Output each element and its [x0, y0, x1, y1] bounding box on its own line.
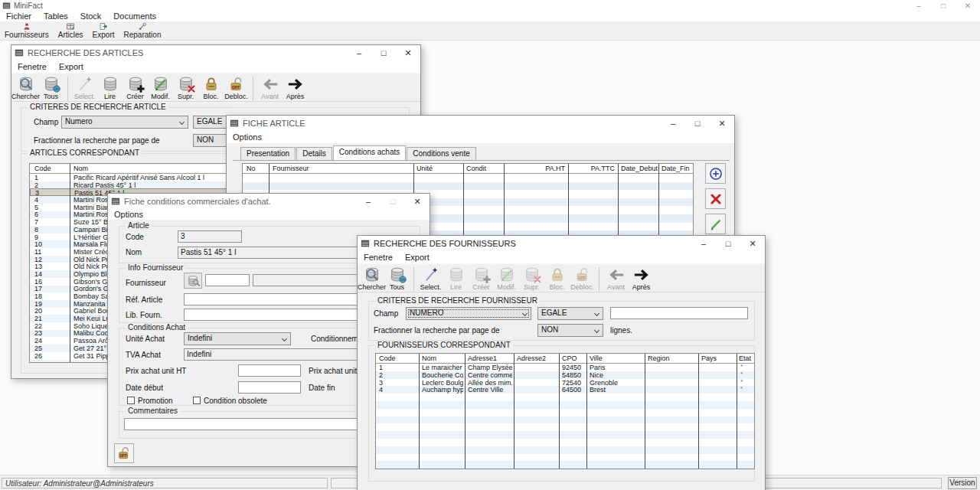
- tab-details[interactable]: Details: [296, 147, 332, 160]
- wand-icon: [77, 76, 93, 93]
- criteria-group: CRITERES DE RECHERCHE FOURNISSEUR Champ …: [368, 301, 755, 341]
- toolbar-button-reparation[interactable]: Reparation: [122, 22, 163, 39]
- prix-achat-ht-field[interactable]: [238, 364, 301, 377]
- toolbar-button-articles[interactable]: Articles: [57, 22, 85, 39]
- close-button[interactable]: ✕: [710, 116, 734, 131]
- window-icon: [15, 48, 24, 57]
- avant-button[interactable]: Avant: [257, 76, 283, 100]
- toolbar-button-fournisseurs[interactable]: Fournisseurs: [3, 22, 51, 39]
- add-row-button[interactable]: [705, 163, 726, 184]
- champ-select[interactable]: NUMERO: [406, 307, 531, 320]
- bloc-button[interactable]: Bloc.: [544, 266, 570, 291]
- column-divider: [586, 354, 587, 469]
- tva-achat-field[interactable]: Indefini: [184, 348, 358, 361]
- toolbar-button-export[interactable]: Export: [91, 22, 116, 39]
- fraction-select[interactable]: NON: [537, 324, 603, 337]
- close-button[interactable]: ✕: [740, 236, 765, 251]
- app-restore-button[interactable]: □: [931, 2, 956, 10]
- window-icon: [361, 239, 370, 248]
- fournisseur-code-field[interactable]: [205, 274, 250, 286]
- minimize-button[interactable]: –: [691, 236, 716, 251]
- table-row[interactable]: 2 Boucherie Con... Centre comme... 54850…: [376, 371, 754, 379]
- menu-export[interactable]: Export: [405, 253, 430, 262]
- apres-button[interactable]: Après: [629, 266, 654, 291]
- cell-code: 16: [34, 278, 68, 286]
- debloc-button[interactable]: Debloc.: [570, 266, 595, 291]
- lire-button[interactable]: Lire: [443, 266, 469, 291]
- menu-options[interactable]: Options: [114, 210, 143, 219]
- minimize-button[interactable]: –: [347, 45, 371, 60]
- debloc-button[interactable]: Debloc.: [224, 76, 249, 100]
- delete-row-button[interactable]: [705, 188, 726, 209]
- operator-select[interactable]: EGALE: [537, 307, 603, 320]
- tab-conditions-vente[interactable]: Conditions vente: [407, 147, 476, 160]
- creer-button[interactable]: Créer: [469, 266, 494, 291]
- search-value-input[interactable]: [610, 307, 748, 319]
- cell-code: 12: [34, 256, 68, 263]
- avant-button[interactable]: Avant: [603, 266, 629, 291]
- version-button[interactable]: Version: [948, 477, 977, 489]
- table-row[interactable]: 1 Le maraicher e... Champ Elysée 92450 P…: [376, 364, 754, 371]
- bloc-button[interactable]: Bloc.: [198, 76, 224, 100]
- ref-article-label: Réf. Article: [126, 296, 162, 304]
- tous-button[interactable]: Tous: [384, 266, 410, 291]
- close-button[interactable]: ✕: [396, 45, 420, 60]
- maximize-button[interactable]: □: [716, 236, 740, 251]
- select-button[interactable]: Select.: [418, 266, 443, 291]
- condition-obsolete-checkbox[interactable]: [193, 397, 201, 404]
- menu-fenetre[interactable]: Fenetre: [18, 62, 47, 71]
- menu-fenetre[interactable]: Fenetre: [364, 253, 393, 262]
- tab-conditions-achats[interactable]: Conditions achats: [333, 145, 407, 160]
- select-button[interactable]: Select.: [72, 76, 97, 100]
- chercher-button[interactable]: Chercher: [359, 266, 384, 291]
- modif-button[interactable]: Modif.: [148, 76, 173, 100]
- arrow-right-icon: [633, 266, 650, 283]
- app-close-button[interactable]: ✕: [956, 2, 980, 10]
- champ-label: Champ: [34, 118, 58, 126]
- fournisseurs-table[interactable]: Code Nom Adresse1 Adresse2 CPO Ville Reg…: [375, 353, 755, 469]
- app-toolbar: Fournisseurs Articles Export Reparation: [0, 21, 980, 41]
- lignes-label: lignes.: [610, 326, 632, 335]
- tous-button[interactable]: Tous: [38, 76, 64, 100]
- minimize-button[interactable]: –: [661, 116, 685, 131]
- creer-button[interactable]: Créer: [122, 76, 148, 100]
- menu-documents[interactable]: Documents: [113, 11, 156, 21]
- fournisseurs-window-titlebar[interactable]: RECHERCHE DES FOURNISSEURS – □ ✕: [358, 236, 765, 251]
- status-user: Utilisateur: Administrateur@Administrate…: [2, 478, 328, 488]
- lire-button[interactable]: Lire: [97, 76, 122, 100]
- menu-options[interactable]: Options: [233, 132, 262, 142]
- champ-select[interactable]: Numero: [61, 116, 188, 129]
- fiche-article-titlebar[interactable]: FICHE ARTICLE – □ ✕: [227, 116, 734, 131]
- modif-button[interactable]: Modif.: [494, 266, 519, 291]
- chercher-button[interactable]: Chercher: [13, 76, 38, 100]
- fournisseur-search-button[interactable]: [184, 273, 202, 289]
- table-row[interactable]: 4 Auchamp hyp... Centre Ville 64500 Bres…: [376, 386, 754, 394]
- close-button[interactable]: ✕: [405, 194, 430, 209]
- conditions-window-titlebar[interactable]: Fiche conditions commerciales d'achat. –…: [108, 194, 430, 208]
- unlock-button[interactable]: [114, 443, 134, 463]
- apres-button[interactable]: Après: [283, 76, 308, 100]
- minimize-button[interactable]: –: [356, 194, 381, 209]
- cell-code: 20: [34, 307, 68, 315]
- unite-achat-select[interactable]: Indefini: [184, 332, 291, 345]
- supr-button[interactable]: Supr.: [173, 76, 198, 100]
- articles-window-titlebar[interactable]: RECHERCHE DES ARTICLES – □ ✕: [11, 45, 420, 60]
- menu-fichier[interactable]: Fichier: [6, 11, 31, 21]
- table-row[interactable]: 3 Leclerc Boulgour Allée des mim... 7254…: [376, 379, 754, 387]
- maximize-button[interactable]: □: [371, 45, 396, 60]
- code-field[interactable]: 3: [178, 230, 242, 243]
- promotion-checkbox[interactable]: [127, 397, 135, 404]
- app-minimize-button[interactable]: –: [906, 2, 931, 10]
- tab-presentation[interactable]: Presentation: [240, 147, 296, 160]
- cell-code: 19: [34, 300, 68, 308]
- app-menubar: Fichier Tables Stock Documents: [0, 11, 980, 21]
- supr-button[interactable]: Supr.: [519, 266, 544, 291]
- menu-stock[interactable]: Stock: [80, 11, 102, 21]
- menu-tables[interactable]: Tables: [44, 11, 68, 21]
- menu-export[interactable]: Export: [59, 62, 83, 71]
- app-titlebar: MiniFact – □ ✕: [0, 0, 980, 11]
- maximize-button[interactable]: □: [685, 116, 710, 131]
- date-debut-field[interactable]: [238, 381, 301, 394]
- edit-row-button[interactable]: [705, 214, 726, 234]
- column-divider: [70, 164, 70, 362]
